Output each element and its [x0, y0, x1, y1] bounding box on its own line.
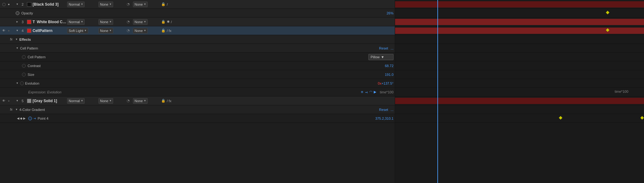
- layer-row-4[interactable]: 👁 ● ▼ 4 CellPattern Soft Light ▼ None ▼: [0, 26, 395, 35]
- track-matte-dropdown-3[interactable]: None ▼: [98, 19, 113, 25]
- timeline-row-2: [395, 0, 644, 9]
- solo-dot-2[interactable]: ●: [7, 2, 11, 7]
- prev-keyframe-icon[interactable]: ◀: [17, 117, 19, 120]
- track2-arrow-5: ▼: [144, 99, 146, 102]
- track2-arrow-2: ▼: [144, 3, 146, 6]
- layer-icons-3: 🔒 ✱ /: [161, 20, 186, 24]
- layer-name-5: [Gray Solid 1]: [33, 99, 67, 103]
- expand-arrow-5[interactable]: ▼: [16, 99, 19, 102]
- link-icon-4: ◔: [127, 29, 133, 33]
- track-matte-4[interactable]: None ▼: [98, 28, 127, 34]
- layer-number-3: 3: [19, 20, 26, 24]
- solo-dot-4[interactable]: ●: [7, 29, 11, 33]
- cell-pattern-type-dropdown[interactable]: Pillow ▼: [368, 54, 393, 60]
- track-matte-dropdown-5[interactable]: None ▼: [98, 98, 113, 104]
- expand-arrow-2[interactable]: ▼: [16, 3, 19, 6]
- add-keyframe-icon[interactable]: ◆: [20, 117, 23, 120]
- link-icon-3: ◔: [127, 20, 133, 24]
- reset-button-4color[interactable]: Reset: [379, 108, 388, 112]
- blend-arrow-5: ▼: [81, 99, 83, 102]
- expr-play-icon[interactable]: ▶: [374, 90, 376, 94]
- layer-icons-2: 🔒 /: [161, 2, 186, 6]
- track2-arrow-3: ▼: [144, 20, 146, 23]
- fx-label: fx: [10, 38, 13, 41]
- track-matte-dropdown-4[interactable]: None ▼: [98, 28, 113, 34]
- effects-expand-arrow[interactable]: ▼: [15, 38, 18, 41]
- expr-equals-icon[interactable]: ≡: [361, 90, 363, 94]
- graph-icon-point4[interactable]: ⫤: [33, 117, 36, 120]
- reset-button-cellpattern[interactable]: Reset: [379, 46, 388, 50]
- blend-dropdown-2[interactable]: Normal ▼: [67, 2, 85, 7]
- layer-color-2: [27, 2, 31, 7]
- layer-number-5: 5: [19, 99, 26, 103]
- visibility-icon-5[interactable]: 👁: [1, 99, 6, 103]
- dots-menu-4color[interactable]: ...: [391, 108, 393, 112]
- timeline-expression-row: time*100: [395, 88, 644, 97]
- opacity-label: Opacity: [21, 11, 387, 15]
- keyframe-diamond-point4-end: [640, 116, 644, 119]
- layer-row-2[interactable]: ◯ ● ▼ 2 [Black Solid 3] Normal ▼ None ▼: [0, 0, 395, 9]
- blend-dropdown-4[interactable]: Soft Light ▼: [67, 28, 88, 34]
- evolution-expand[interactable]: ▼: [16, 82, 19, 85]
- effects-section-header: fx ▼ Effects: [0, 35, 395, 44]
- blend-mode-2[interactable]: Normal ▼: [67, 2, 98, 7]
- track-matte2-dropdown-2[interactable]: None ▼: [133, 2, 148, 7]
- layer-color-4: [27, 29, 31, 33]
- point4-label: Point 4: [38, 117, 375, 120]
- stopwatch-icon-opacity[interactable]: ▢: [16, 11, 19, 15]
- cell-pattern-type-row: ○ Cell Pattern Pillow ▼: [0, 53, 395, 61]
- layer-row-3[interactable]: ◯ ► 3 T White Blood Cell Effect Normal ▼…: [0, 18, 395, 26]
- timeline-bar-3: [395, 19, 644, 25]
- layer-name-4: CellPattern: [33, 29, 67, 33]
- track-matte2-dropdown-4[interactable]: None ▼: [133, 28, 148, 34]
- blend-arrow-4: ▼: [84, 29, 87, 32]
- track-matte2-5[interactable]: None ▼: [133, 98, 161, 104]
- track-matte-3[interactable]: None ▼: [98, 19, 127, 25]
- stopwatch-icon-contrast[interactable]: ○: [22, 64, 26, 68]
- stopwatch-icon-point4[interactable]: ▢: [28, 117, 32, 120]
- stopwatch-icon-evolution[interactable]: ○: [20, 81, 24, 85]
- lock-icon-2: [11, 3, 15, 6]
- timeline-panel: time*100: [395, 0, 644, 183]
- track-matte2-dropdown-5[interactable]: None ▼: [133, 98, 148, 104]
- blend-dropdown-3[interactable]: Normal ▼: [67, 19, 85, 25]
- blend-dropdown-5[interactable]: Normal ▼: [67, 98, 85, 104]
- playhead[interactable]: [437, 0, 438, 183]
- solo-dot-5[interactable]: ●: [7, 99, 11, 103]
- timeline-opacity-row: [395, 9, 644, 18]
- timeline-evolution-row: [395, 79, 644, 88]
- stopwatch-icon-size[interactable]: ○: [22, 73, 26, 76]
- dots-menu-cellpattern[interactable]: ...: [391, 46, 393, 50]
- layer-row-5[interactable]: 👁 ● ▼ 5 [Gray Solid 1] Normal ▼ None ▼: [0, 97, 395, 105]
- four-color-expand[interactable]: ▼: [15, 108, 18, 111]
- timeline-contrast-row: [395, 61, 644, 70]
- blend-mode-5[interactable]: Normal ▼: [67, 98, 98, 104]
- layer-number-4: 4: [19, 29, 26, 33]
- track-matte2-3[interactable]: None ▼: [133, 19, 161, 25]
- cell-pattern-section-label: Cell Pattern: [20, 46, 38, 50]
- expand-arrow-3[interactable]: ►: [16, 20, 19, 24]
- expand-arrow-4[interactable]: ▼: [16, 29, 19, 32]
- track-matte2-dropdown-3[interactable]: None ▼: [133, 19, 148, 25]
- stopwatch-icon-celltype[interactable]: ○: [22, 55, 26, 59]
- nav-icons-point4: ◀ ◆ ▶: [16, 117, 27, 120]
- track-matte-5[interactable]: None ▼: [98, 98, 127, 104]
- slash-icon-3: /: [171, 20, 172, 24]
- track-matte-2[interactable]: None ▼: [98, 2, 127, 7]
- track-matte2-2[interactable]: None ▼: [133, 2, 161, 7]
- expr-loop-icon[interactable]: ◠: [369, 90, 372, 94]
- four-color-header: fx ▼ 4-Color Gradient Reset ...: [0, 105, 395, 114]
- track-matte2-4[interactable]: None ▼: [133, 28, 161, 34]
- visibility-icon-2[interactable]: ◯: [1, 2, 6, 7]
- track-arrow-5: ▼: [109, 99, 112, 102]
- blend-mode-3[interactable]: Normal ▼: [67, 19, 98, 25]
- visibility-icon-3[interactable]: ◯: [1, 20, 6, 24]
- track-matte-dropdown-2[interactable]: None ▼: [98, 2, 113, 7]
- blend-mode-4[interactable]: Soft Light ▼: [67, 28, 98, 34]
- size-row: ○ Size 191.0: [0, 70, 395, 79]
- visibility-icon-4[interactable]: 👁: [1, 29, 6, 33]
- next-keyframe-icon[interactable]: ▶: [23, 117, 26, 120]
- expr-graph-icon[interactable]: ⫤: [365, 90, 368, 94]
- cell-pattern-expand[interactable]: ▼: [16, 47, 19, 50]
- size-value: 191.0: [385, 73, 393, 76]
